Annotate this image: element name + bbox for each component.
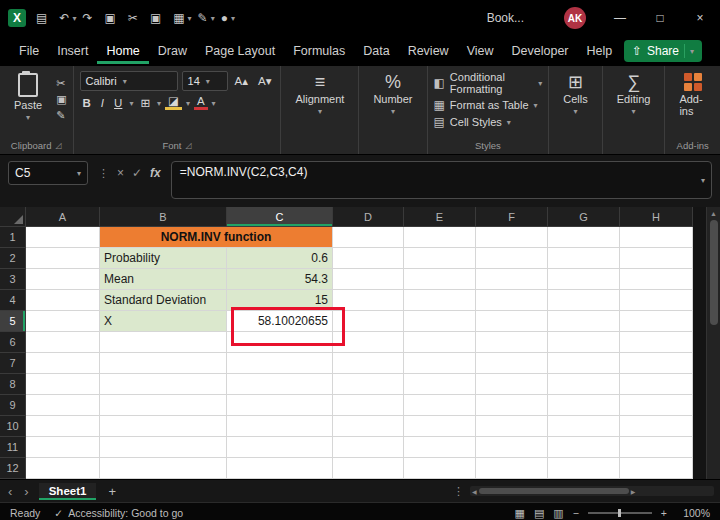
col-header-c[interactable]: C: [227, 207, 333, 227]
cell[interactable]: [620, 458, 693, 479]
col-header-a[interactable]: A: [26, 207, 100, 227]
cell[interactable]: [404, 374, 476, 395]
zoom-in-button[interactable]: +: [661, 507, 667, 519]
cell-b5[interactable]: X: [100, 311, 227, 332]
font-family-select[interactable]: Calibri▾: [80, 71, 178, 91]
cell[interactable]: [26, 269, 100, 290]
page-break-view-icon[interactable]: ▥: [553, 507, 563, 520]
cell[interactable]: [404, 290, 476, 311]
tab-overflow-icon[interactable]: ⋮: [453, 485, 464, 498]
editing-chevron-icon[interactable]: ▾: [632, 107, 636, 116]
cell-c2[interactable]: 0.6: [227, 248, 333, 269]
cell[interactable]: [548, 395, 620, 416]
cells-chevron-icon[interactable]: ▾: [574, 107, 578, 116]
tab-sheet1[interactable]: Sheet1: [39, 483, 97, 500]
paste-chevron-icon[interactable]: ▾: [26, 113, 30, 122]
menu-data[interactable]: Data: [354, 38, 398, 64]
theme-circle-icon[interactable]: ●: [221, 11, 228, 25]
menu-developer[interactable]: Developer: [503, 38, 578, 64]
zoom-out-button[interactable]: −: [573, 507, 579, 519]
draw-chevron-icon[interactable]: ▾: [211, 14, 215, 23]
insert-function-icon[interactable]: fx: [150, 166, 161, 180]
zoom-slider-thumb[interactable]: [618, 509, 621, 517]
font-size-select[interactable]: 14▾: [182, 71, 228, 91]
cell[interactable]: [26, 437, 100, 458]
workbook-title[interactable]: Book...: [487, 11, 524, 25]
cell[interactable]: [548, 374, 620, 395]
row-header-11[interactable]: 11: [0, 437, 26, 458]
undo-chevron-icon[interactable]: ▾: [72, 14, 76, 23]
cell-c3[interactable]: 54.3: [227, 269, 333, 290]
borders-chevron-icon[interactable]: ▾: [157, 99, 161, 108]
cell[interactable]: [227, 374, 333, 395]
cell[interactable]: [620, 311, 693, 332]
cell[interactable]: [333, 269, 404, 290]
name-box[interactable]: C5 ▾: [8, 161, 88, 185]
cell[interactable]: [333, 353, 404, 374]
row-header-3[interactable]: 3: [0, 269, 26, 290]
cell[interactable]: [476, 458, 548, 479]
font-family-chevron-icon[interactable]: ▾: [123, 77, 127, 86]
cancel-entry-icon[interactable]: ×: [117, 166, 124, 180]
cell[interactable]: [404, 311, 476, 332]
cell[interactable]: [100, 332, 227, 353]
addins-button[interactable]: Add-ins: [671, 71, 714, 119]
row-header-10[interactable]: 10: [0, 416, 26, 437]
row-header-1[interactable]: 1: [0, 227, 26, 248]
cell[interactable]: [548, 248, 620, 269]
editing-button[interactable]: ∑ Editing ▾: [609, 71, 659, 118]
cell[interactable]: [476, 332, 548, 353]
cell[interactable]: [476, 437, 548, 458]
cell[interactable]: [620, 248, 693, 269]
cells-button[interactable]: ⊞ Cells ▾: [555, 71, 595, 118]
normal-view-icon[interactable]: ▦: [515, 507, 525, 520]
vertical-scrollbar-thumb[interactable]: [710, 220, 718, 325]
cell-c5-selected[interactable]: 58.10020655: [227, 311, 333, 332]
cell-styles-chevron-icon[interactable]: ▾: [507, 118, 511, 127]
cell[interactable]: [404, 248, 476, 269]
formula-input[interactable]: =NORM.INV(C2,C3,C4) ▾: [171, 161, 712, 199]
cut-icon[interactable]: ✂: [128, 11, 138, 25]
cell-styles-button[interactable]: ▤ Cell Styles ▾: [434, 115, 543, 129]
close-button[interactable]: ×: [680, 0, 720, 36]
menu-home[interactable]: Home: [97, 38, 148, 64]
cell[interactable]: [333, 437, 404, 458]
cell[interactable]: [476, 290, 548, 311]
format-as-table-chevron-icon[interactable]: ▾: [534, 101, 538, 110]
cell[interactable]: [26, 332, 100, 353]
cell[interactable]: [333, 374, 404, 395]
col-header-f[interactable]: F: [476, 207, 548, 227]
minimize-button[interactable]: —: [600, 0, 640, 36]
cell[interactable]: [620, 395, 693, 416]
format-as-table-button[interactable]: ▦ Format as Table ▾: [434, 98, 543, 112]
underline-chevron-icon[interactable]: ▾: [129, 99, 133, 108]
clipboard-dialog-launcher-icon[interactable]: ◿: [56, 141, 62, 150]
scroll-up-icon[interactable]: ▲: [710, 207, 717, 220]
cell[interactable]: [548, 227, 620, 248]
row-header-6[interactable]: 6: [0, 332, 26, 353]
cell[interactable]: [100, 437, 227, 458]
row-header-7[interactable]: 7: [0, 353, 26, 374]
menu-help[interactable]: Help: [578, 38, 622, 64]
cell[interactable]: [476, 353, 548, 374]
scroll-right-icon[interactable]: ▶: [631, 488, 636, 495]
cell[interactable]: [26, 248, 100, 269]
cell-b3[interactable]: Mean: [100, 269, 227, 290]
cell[interactable]: [476, 374, 548, 395]
font-color-button[interactable]: A: [194, 96, 208, 110]
cell[interactable]: [620, 290, 693, 311]
cell[interactable]: [100, 395, 227, 416]
zoom-slider[interactable]: [588, 512, 652, 514]
italic-button[interactable]: I: [98, 97, 107, 109]
sheet-nav-right-icon[interactable]: ›: [22, 484, 30, 499]
font-dialog-launcher-icon[interactable]: ◿: [185, 141, 191, 150]
cell[interactable]: [620, 374, 693, 395]
cell[interactable]: [333, 395, 404, 416]
share-chevron-icon[interactable]: ▾: [690, 47, 694, 56]
menu-insert[interactable]: Insert: [48, 38, 97, 64]
cell[interactable]: [227, 437, 333, 458]
cell[interactable]: [26, 416, 100, 437]
more-commands-chevron-icon[interactable]: ▾: [231, 14, 235, 23]
confirm-entry-icon[interactable]: ✓: [132, 166, 142, 180]
save-icon[interactable]: ▤: [36, 11, 47, 25]
